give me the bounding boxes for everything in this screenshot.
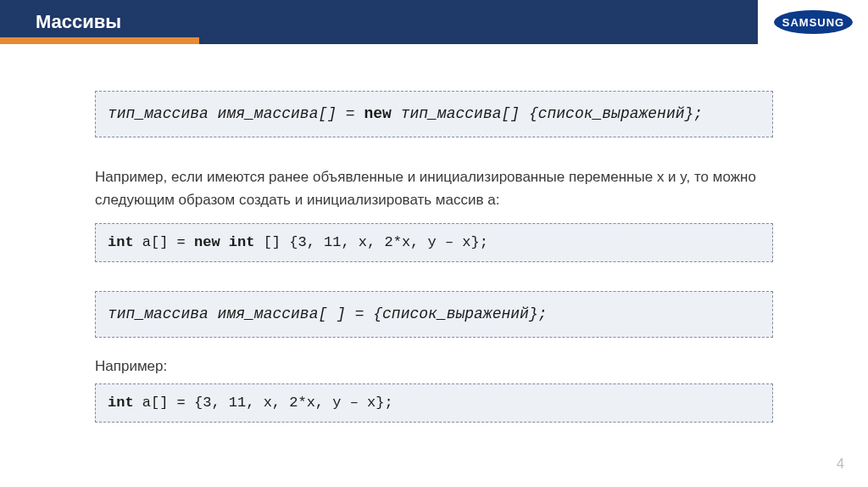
logo-container: SAMSUNG [758,0,868,44]
code-text: a[] = {3, 11, x, 2*x, y – x}; [134,395,393,411]
code-block-syntax-new: тип_массива имя_массива[] = new тип_масс… [95,91,773,137]
paragraph-example-label: Например: [95,358,773,375]
code-text: тип_массива[] {список_выражений}; [392,105,703,122]
code-keyword: new int [194,234,254,250]
samsung-logo-icon: SAMSUNG [773,9,854,35]
slide-content: тип_массива имя_массива[] = new тип_масс… [0,44,868,423]
logo-text: SAMSUNG [782,16,843,29]
code-text: a[] = [134,234,194,250]
slide-header: Массивы SAMSUNG [0,0,868,44]
code-keyword: new [364,105,391,122]
code-keyword: int [108,234,134,250]
code-text: тип_массива имя_массива[] = [108,105,364,122]
paragraph-example-intro: Например, если имеются ранее объявленные… [95,166,773,211]
code-block-syntax-short: тип_массива имя_массива[ ] = {список_выр… [95,291,773,338]
code-block-example-short: int a[] = {3, 11, x, 2*x, y – x}; [95,383,773,423]
code-text: [] {3, 11, x, 2*x, y – x}; [254,234,487,250]
code-keyword: int [108,395,134,411]
header-accent-bar [0,37,199,44]
code-block-example-new: int a[] = new int [] {3, 11, x, 2*x, y –… [95,223,773,262]
slide-title: Массивы [0,11,121,33]
page-number: 4 [837,456,844,472]
code-text: тип_массива имя_массива[ ] = {список_выр… [108,305,547,322]
